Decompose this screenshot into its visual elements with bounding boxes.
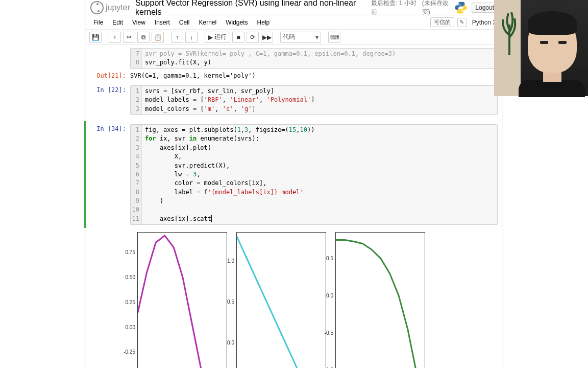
- restart-button[interactable]: ⟳: [247, 32, 259, 43]
- notebook-header: jupyter Support Vector Regression (SVR) …: [86, 0, 502, 15]
- interrupt-button[interactable]: ■: [232, 32, 244, 43]
- code-editor[interactable]: 123 svrs = [svr_rbf, svr_lin, svr_poly] …: [130, 85, 498, 115]
- y-axis-ticks: 0.50.0-0.5-1.0-1.5: [317, 232, 334, 368]
- python-logo-icon: [454, 1, 468, 14]
- y-axis-ticks: 0.750.500.250.00-0.25-0.50-0.75-1.00: [119, 232, 136, 368]
- command-palette-button[interactable]: ⌨: [328, 32, 340, 43]
- code-cell-selected[interactable]: In [34]: 1234567891011 fig, axes = plt.s…: [84, 121, 502, 228]
- move-down-button[interactable]: ↓: [185, 32, 198, 43]
- webcam-overlay: [494, 0, 588, 96]
- jupyter-logo-icon: [90, 1, 104, 14]
- chart-linear: [236, 232, 326, 368]
- menu-kernel[interactable]: Kernel: [195, 17, 221, 28]
- code-cell[interactable]: 7 8 svr_poly = SVR(kernel= poly , C=1, g…: [86, 47, 502, 70]
- notebook-title[interactable]: Support Vector Regression (SVR) using li…: [135, 0, 368, 17]
- trusted-indicator[interactable]: 可信的: [430, 17, 454, 27]
- paste-button[interactable]: 📋: [152, 32, 164, 43]
- chart-rbf: [137, 232, 227, 368]
- output-cell: Out[21]: SVR(C=1, gamma=0.1, kernel='pol…: [86, 70, 502, 81]
- move-up-button[interactable]: ↑: [171, 32, 183, 43]
- menu-cell[interactable]: Cell: [175, 17, 194, 28]
- line-gutter: 7 8: [131, 49, 142, 68]
- code-text: fig, axes = plt.subplots(1,3, figsize=(1…: [142, 125, 317, 224]
- code-editor[interactable]: 7 8 svr_poly = SVR(kernel= poly , C=1, g…: [130, 48, 498, 69]
- run-button[interactable]: ▶运行: [205, 32, 230, 43]
- notebook-body: 7 8 svr_poly = SVR(kernel= poly , C=1, g…: [86, 45, 502, 368]
- in-prompt: [90, 48, 130, 69]
- toolbar: 💾 ＋ ✂ ⧉ 📋 ↑ ↓ ▶运行 ■ ⟳ ▶▶ 代码▾ ⌨: [86, 30, 502, 45]
- save-button[interactable]: 💾: [89, 32, 102, 43]
- last-checkpoint: 最后检查: 1 小时前: [371, 0, 419, 16]
- in-prompt: In [34]:: [90, 124, 130, 225]
- line-gutter: 123: [131, 86, 142, 114]
- cut-button[interactable]: ✂: [123, 32, 135, 43]
- in-prompt: In [22]:: [90, 85, 130, 115]
- chart-poly: [335, 232, 425, 368]
- chevron-down-icon: ▾: [315, 34, 318, 41]
- menubar: File Edit View Insert Cell Kernel Widget…: [86, 15, 502, 30]
- edit-mode-icon[interactable]: ✎: [457, 18, 467, 27]
- y-axis-ticks: 1.00.50.0-0.5-1.0: [218, 232, 235, 368]
- code-text: svr_poly = SVR(kernel= poly , C=1, gamma…: [142, 49, 399, 68]
- unsaved-indicator: (未保存改变): [422, 0, 454, 16]
- menu-insert[interactable]: Insert: [151, 17, 174, 28]
- add-cell-button[interactable]: ＋: [109, 32, 121, 43]
- menu-edit[interactable]: Edit: [108, 17, 127, 28]
- output-figure: 0.750.500.250.00-0.25-0.50-0.75-1.00 1.0…: [86, 228, 502, 368]
- code-editor[interactable]: 1234567891011 fig, axes = plt.subplots(1…: [130, 124, 498, 225]
- code-cell[interactable]: In [22]: 123 svrs = [svr_rbf, svr_lin, s…: [86, 84, 502, 116]
- menu-widgets[interactable]: Widgets: [222, 17, 252, 28]
- jupyter-logo-text: jupyter: [106, 3, 130, 12]
- output-text: SVR(C=1, gamma=0.1, kernel='poly'): [130, 71, 498, 80]
- line-gutter: 1234567891011: [131, 125, 142, 224]
- menu-help[interactable]: Help: [253, 17, 274, 28]
- copy-button[interactable]: ⧉: [137, 32, 150, 43]
- menu-file[interactable]: File: [89, 17, 107, 28]
- code-text: svrs = [svr_rbf, svr_lin, svr_poly] mode…: [142, 86, 317, 114]
- play-icon: ▶: [208, 34, 213, 41]
- jupyter-logo[interactable]: jupyter: [90, 1, 130, 14]
- out-prompt: Out[21]:: [90, 71, 130, 80]
- menu-view[interactable]: View: [128, 17, 150, 28]
- cell-type-select[interactable]: 代码▾: [280, 32, 321, 43]
- restart-run-all-button[interactable]: ▶▶: [261, 32, 273, 43]
